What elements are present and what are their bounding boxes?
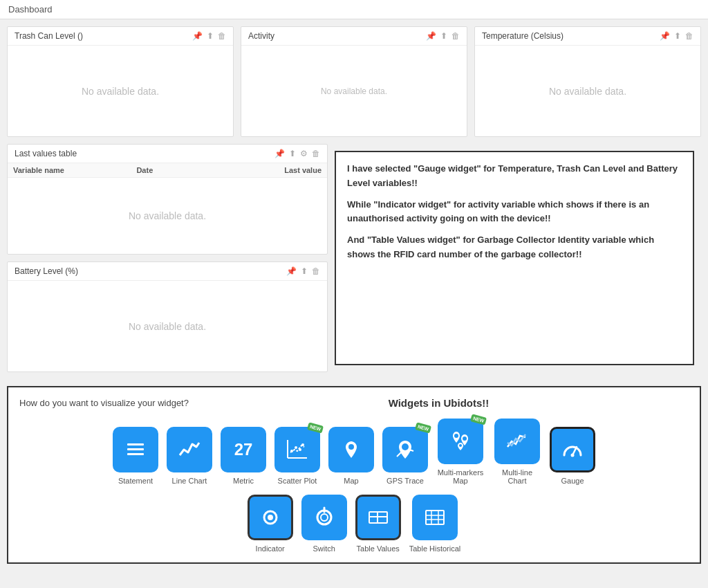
activity-trash-icon[interactable]: 🗑 [451, 31, 460, 41]
widget-item-switch[interactable]: Switch [301, 495, 347, 553]
temperature-no-data: No available data. [549, 86, 626, 97]
widget-selector-question: How do you want to visualize your widget… [19, 398, 189, 408]
trash-can-no-data: No available data. [82, 86, 159, 97]
pin-icon[interactable]: 📌 [192, 31, 203, 41]
battery-no-data: No available data. [129, 321, 206, 332]
svg-point-11 [454, 434, 458, 438]
multi-line-chart-label: Multi-line Chart [493, 468, 541, 485]
temperature-trash-icon[interactable]: 🗑 [685, 31, 693, 41]
scatter-new-badge: NEW [307, 422, 324, 433]
switch-label: Switch [313, 544, 335, 553]
gps-trace-icon-box: NEW [382, 427, 428, 472]
metric-label: Metric [233, 477, 254, 485]
battery-pin-icon[interactable]: 📌 [286, 266, 297, 276]
last-values-widget: Last values table 📌 ⬆ ⚙ 🗑 Variable name … [7, 144, 328, 255]
battery-share-icon[interactable]: ⬆ [301, 266, 308, 276]
annotation-line3: And "Table Values widget" for Garbage Co… [347, 233, 682, 262]
trash-icon[interactable]: 🗑 [218, 31, 226, 41]
activity-widget: Activity 📌 ⬆ 🗑 No available data. [241, 26, 467, 137]
metric-icon: 27 [234, 440, 253, 459]
table-historical-label: Table Historical [409, 544, 461, 553]
trash-can-header: Trash Can Level () 📌 ⬆ 🗑 [8, 27, 233, 46]
gps-trace-label: GPS Trace [386, 477, 424, 485]
svg-point-14 [571, 454, 575, 457]
activity-header: Activity 📌 ⬆ 🗑 [241, 27, 467, 46]
gps-new-badge: NEW [415, 422, 431, 433]
svg-point-10 [402, 443, 409, 450]
dashboard-title: Dashboard [8, 4, 53, 15]
col-last-value: Last value [260, 166, 322, 174]
widget-item-table-values[interactable]: Table Values [355, 495, 401, 553]
lv-gear-icon[interactable]: ⚙ [300, 149, 308, 158]
svg-point-16 [268, 515, 273, 520]
scatter-plot-icon-box: NEW [274, 427, 320, 472]
battery-title: Battery Level (%) [15, 266, 78, 276]
middle-row: Last values table 📌 ⬆ ⚙ 🗑 Variable name … [7, 144, 701, 372]
lv-share-icon[interactable]: ⬆ [289, 149, 296, 158]
activity-share-icon[interactable]: ⬆ [440, 31, 447, 41]
map-icon-box [328, 427, 374, 472]
svg-rect-1 [127, 448, 144, 450]
widget-item-gps-trace[interactable]: NEW GPS Trace [382, 427, 428, 485]
last-values-icons: 📌 ⬆ ⚙ 🗑 [274, 149, 320, 158]
widget-selector-panel: How do you want to visualize your widget… [7, 386, 701, 564]
trash-can-icons: 📌 ⬆ 🗑 [192, 31, 226, 41]
widget-item-indicator[interactable]: Indicator [248, 495, 293, 553]
trash-can-body: No available data. [8, 46, 233, 136]
widget-row-1: Trash Can Level () 📌 ⬆ 🗑 No available da… [7, 26, 701, 137]
widget-item-statement[interactable]: Statement [113, 427, 158, 485]
widget-item-multi-markers-map[interactable]: NEW Multi-markers Map [436, 419, 485, 485]
annotation-line1: I have selected "Gauge widget" for Tempe… [347, 162, 682, 191]
lv-trash-icon[interactable]: 🗑 [312, 149, 320, 158]
line-chart-icon-box [167, 427, 212, 472]
lv-pin-icon[interactable]: 📌 [274, 149, 285, 158]
annotation-line2: While "Indicator widget" for activity va… [347, 198, 682, 227]
svg-point-6 [295, 446, 297, 449]
activity-pin-icon[interactable]: 📌 [426, 31, 436, 41]
annotation-line1-text: I have selected "Gauge widget" for Tempe… [347, 163, 678, 188]
table-historical-icon-box [412, 495, 458, 540]
temperature-widget: Temperature (Celsius) 📌 ⬆ 🗑 No available… [474, 26, 701, 137]
last-values-title: Last values table [15, 149, 77, 158]
left-widgets: Last values table 📌 ⬆ ⚙ 🗑 Variable name … [7, 144, 328, 372]
widget-icons-row2: Indicator Switch Table Val [19, 495, 689, 553]
svg-point-12 [463, 437, 467, 441]
battery-trash-icon[interactable]: 🗑 [312, 266, 320, 276]
svg-point-7 [299, 448, 301, 451]
widget-item-gauge[interactable]: Gauge [550, 427, 595, 485]
widget-item-metric[interactable]: 27 Metric [221, 427, 266, 485]
dashboard-area: Trash Can Level () 📌 ⬆ 🗑 No available da… [0, 19, 708, 379]
svg-rect-23 [426, 511, 444, 524]
statement-label: Statement [118, 477, 153, 485]
gauge-icon-box [550, 427, 595, 472]
multi-markers-map-icon-box: NEW [438, 419, 483, 464]
annotation-box: I have selected "Gauge widget" for Tempe… [335, 151, 694, 365]
widget-selector-header: How do you want to visualize your widget… [19, 397, 689, 409]
widget-item-table-historical[interactable]: Table Historical [409, 495, 461, 553]
multi-line-chart-icon-box [494, 419, 540, 464]
battery-icons: 📌 ⬆ 🗑 [286, 266, 320, 276]
widget-item-line-chart[interactable]: Line Chart [167, 427, 212, 485]
metric-icon-box: 27 [221, 427, 266, 472]
widget-item-multi-line-chart[interactable]: Multi-line Chart [493, 419, 541, 485]
share-icon[interactable]: ⬆ [207, 31, 214, 41]
activity-body: No available data. [241, 46, 467, 136]
line-chart-label: Line Chart [172, 477, 207, 485]
temperature-share-icon[interactable]: ⬆ [674, 31, 681, 41]
svg-rect-2 [127, 453, 144, 455]
trash-can-title: Trash Can Level () [15, 31, 83, 41]
last-values-table-header: Variable name Date Last value [8, 163, 327, 178]
svg-point-9 [348, 444, 354, 450]
last-values-header: Last values table 📌 ⬆ ⚙ 🗑 [8, 145, 327, 163]
temperature-pin-icon[interactable]: 📌 [660, 31, 670, 41]
last-values-no-data: No available data. [129, 210, 206, 221]
activity-title: Activity [248, 31, 274, 41]
widget-item-map[interactable]: Map [328, 427, 374, 485]
activity-icons: 📌 ⬆ 🗑 [426, 31, 460, 41]
svg-point-5 [290, 450, 293, 452]
table-values-label: Table Values [357, 544, 400, 553]
battery-widget: Battery Level (%) 📌 ⬆ 🗑 No available dat… [7, 261, 328, 372]
widget-selector-title: Widgets in Ubidots!! [189, 397, 689, 409]
widget-item-scatter-plot[interactable]: NEW Scatter Plot [274, 427, 320, 485]
svg-point-18 [321, 514, 328, 521]
